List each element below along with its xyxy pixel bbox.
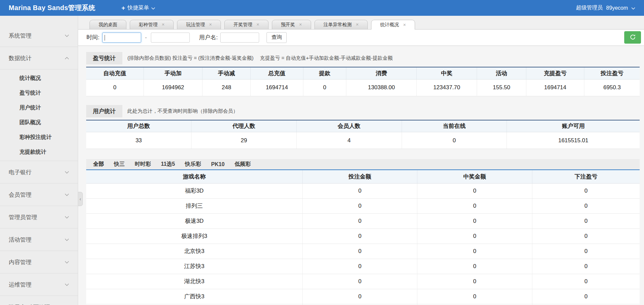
tab-my-desktop[interactable]: 我的桌面 <box>90 20 126 29</box>
sidebar-subitem-profit-stats[interactable]: 盈亏统计 <box>0 86 78 100</box>
game-name-cell: 湖北快3 <box>86 274 303 289</box>
table-value-cell: 0 <box>303 244 417 259</box>
table-value-cell: 0 <box>417 198 532 213</box>
sidebar-item-label: 内容管理 <box>9 258 32 266</box>
close-icon[interactable]: ✕ <box>299 22 302 27</box>
tab-abnormal-order-check[interactable]: 注单异常检测 ✕ <box>314 20 368 29</box>
table-row: 排列三 0 0 0 <box>86 198 640 213</box>
close-icon[interactable]: ✕ <box>356 22 359 27</box>
table-header-cell: 当前在线 <box>402 120 507 132</box>
range-separator: - <box>145 35 147 40</box>
chevron-down-icon <box>65 214 69 220</box>
table-header-row: 自动充值 手动加 手动减 总充值 提款 消费 中奖 活动 充提盈亏 投注盈亏 <box>86 67 640 79</box>
table-value-cell: 29 <box>191 132 297 149</box>
sidebar-item-label: 数据统计 <box>9 54 32 62</box>
table-value-cell: 0 <box>532 198 640 213</box>
game-name-cell: 北京快3 <box>86 244 303 259</box>
plus-icon: + <box>121 4 125 12</box>
quick-menu-button[interactable]: + 快捷菜单 <box>121 4 155 12</box>
game-name-cell: 福彩3D <box>86 183 303 198</box>
game-tab-shishicai[interactable]: 时时彩 <box>130 161 156 168</box>
table-value-cell: 0 <box>532 244 640 259</box>
table-value-cell: 4 <box>296 132 402 149</box>
query-button[interactable]: 查询 <box>267 32 287 43</box>
sidebar-subitem-lottery-bet-stats[interactable]: 彩种投注统计 <box>0 130 78 145</box>
sidebar: 系统管理 数据统计 统计概况 盈亏统计 用户统计 团队概况 彩种投注统计 充提款… <box>0 16 78 305</box>
sidebar-item-ebank[interactable]: 电子银行 <box>0 161 78 184</box>
sidebar-item-content[interactable]: 内容管理 <box>0 251 78 273</box>
chevron-down-icon <box>65 191 69 198</box>
table-value-cell: 0 <box>417 259 532 274</box>
table-header-cell: 投注盈亏 <box>584 67 640 79</box>
table-header-row: 游戏名称 投注金额 中奖金额 下注盈亏 <box>86 170 640 183</box>
content: 盈亏统计 (排除内部会员数据) 投注盈亏 = (投注消费金额-返奖金额) 充提盈… <box>78 46 644 305</box>
user-name: 89yecom <box>606 5 628 11</box>
sidebar-item-admins[interactable]: 管理员管理 <box>0 206 78 228</box>
chevron-left-icon: ‹ <box>79 196 81 202</box>
sidebar-subitem-user-stats[interactable]: 用户统计 <box>0 100 78 115</box>
table-header-cell: 账户可用 <box>507 120 640 132</box>
sidebar-item-activities[interactable]: 活动管理 <box>0 228 78 251</box>
tab-play-mgmt[interactable]: 玩法管理 ✕ <box>177 20 221 29</box>
sidebar-item-data-stats[interactable]: 数据统计 <box>0 47 78 69</box>
sidebar-subitem-deposit-withdraw-stats[interactable]: 充提款统计 <box>0 145 78 159</box>
sidebar-item-members[interactable]: 会员管理 <box>0 184 78 206</box>
sidebar-item-label: 系统管理 <box>9 32 32 40</box>
game-name-cell: 极速3D <box>86 213 303 228</box>
chevron-down-icon <box>65 169 69 175</box>
table-header-cell: 手动减 <box>202 67 251 79</box>
filter-bar: 时间: - 用户名: 查询 <box>78 30 644 46</box>
tab-label: 注单异常检测 <box>324 22 352 28</box>
close-icon[interactable]: ✕ <box>256 22 259 27</box>
table-value-cell: 0 <box>303 79 346 96</box>
table-value-cell: 6950.3 <box>584 79 640 96</box>
user-section-title: 用户统计 <box>86 105 122 117</box>
table-value-cell: 1694962 <box>144 79 202 96</box>
profit-section-title: 盈亏统计 <box>86 52 122 64</box>
game-tab-kuaisan[interactable]: 快三 <box>109 161 130 168</box>
game-tab-kuailecai[interactable]: 快乐彩 <box>180 161 206 168</box>
close-icon[interactable]: ✕ <box>209 22 212 27</box>
profit-section-head: 盈亏统计 (排除内部会员数据) 投注盈亏 = (投注消费金额-返奖金额) 充提盈… <box>86 52 640 64</box>
tab-label: 我的桌面 <box>99 22 117 28</box>
table-value-cell: 0 <box>303 183 417 198</box>
tab-pre-draw[interactable]: 预开奖 ✕ <box>272 20 311 29</box>
sidebar-item-ops[interactable]: 运维管理 <box>0 273 78 296</box>
table-header-cell: 手动加 <box>144 67 202 79</box>
table-row: 极速排列3 0 0 0 <box>86 228 640 244</box>
table-value-cell: 0 <box>303 259 417 274</box>
game-tab-pk10[interactable]: PK10 <box>206 161 230 167</box>
sidebar-submenu-data-stats: 统计概况 盈亏统计 用户统计 团队概况 彩种投注统计 充提款统计 <box>0 69 78 161</box>
sidebar-item-system[interactable]: 系统管理 <box>0 24 78 47</box>
sidebar-item-label: 运维管理 <box>9 281 32 289</box>
time-end-input[interactable] <box>151 33 190 43</box>
table-header-cell: 下注盈亏 <box>532 170 640 183</box>
games-table: 游戏名称 投注金额 中奖金额 下注盈亏 福彩3D 0 0 0 排列三 0 0 0 <box>86 169 640 305</box>
close-icon[interactable]: ✕ <box>403 23 406 27</box>
sidebar-item-label: 会员管理 <box>9 191 32 199</box>
chevron-down-icon <box>151 5 155 11</box>
game-tab-11xuan5[interactable]: 11选5 <box>156 161 180 168</box>
game-tab-dipincai[interactable]: 低频彩 <box>230 161 256 168</box>
table-value-cell: 1615515.01 <box>507 132 640 149</box>
tab-lottery-mgmt[interactable]: 彩种管理 ✕ <box>130 20 174 29</box>
refresh-button[interactable] <box>624 31 641 44</box>
user-table: 用户总数 代理人数 会员人数 当前在线 账户可用 33 29 4 0 16155… <box>86 120 640 149</box>
game-filter-tabs: 全部 快三 时时彩 11选5 快乐彩 PK10 低频彩 <box>86 159 640 169</box>
table-value-cell: 0 <box>303 198 417 213</box>
user-menu[interactable]: 超级管理员 89yecom <box>576 4 635 11</box>
sidebar-item-label: 管理员管理 <box>9 213 37 221</box>
table-header-cell: 自动充值 <box>86 67 144 79</box>
time-start-input[interactable] <box>102 33 141 43</box>
tab-draw-mgmt[interactable]: 开奖管理 ✕ <box>224 20 268 29</box>
sidebar-subitem-stats-overview[interactable]: 统计概况 <box>0 71 78 86</box>
table-value-cell: 0 <box>532 259 640 274</box>
sidebar-item-chatroom[interactable]: 聊天室/动画管理 <box>0 296 78 305</box>
username-input[interactable] <box>220 33 259 43</box>
table-header-cell: 中奖 <box>417 67 477 79</box>
sidebar-collapse-handle[interactable]: ‹ <box>78 192 83 206</box>
tab-stats-overview[interactable]: 统计概况 ✕ <box>371 20 415 30</box>
close-icon[interactable]: ✕ <box>162 22 165 27</box>
sidebar-subitem-team-overview[interactable]: 团队概况 <box>0 115 78 130</box>
game-tab-all[interactable]: 全部 <box>88 161 109 168</box>
